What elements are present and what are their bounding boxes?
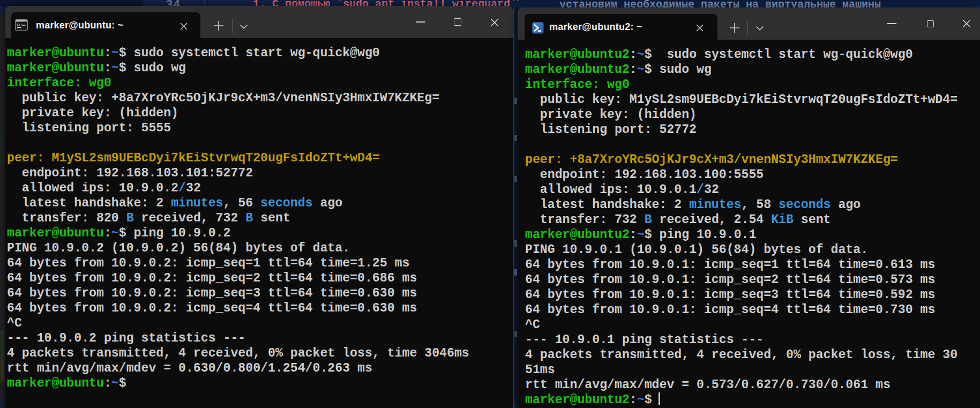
svg-text:C:\: C:\ bbox=[17, 23, 23, 27]
